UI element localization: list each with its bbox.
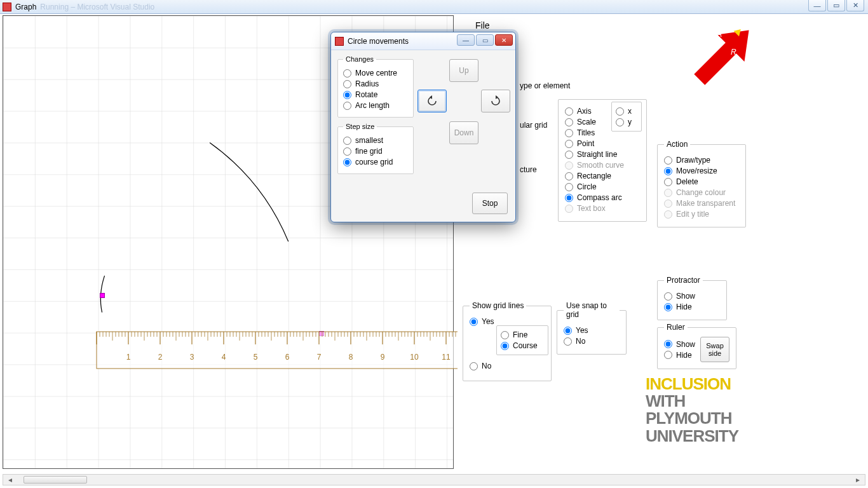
partial-text-2: cture bbox=[520, 165, 537, 174]
aro-logo: A R O bbox=[662, 15, 764, 117]
circle-movements-dialog[interactable]: Circle movements — ▭ ✕ Changes Move cent… bbox=[330, 32, 516, 222]
type-item-rectangle[interactable]: Rectangle bbox=[565, 172, 640, 180]
ruler-legend: Ruler bbox=[664, 323, 688, 332]
action-item-label: Make transparent bbox=[676, 199, 735, 208]
main-titlebar: Graph Running – Microsoft Visual Studio … bbox=[0, 0, 868, 14]
type-item-circle[interactable]: Circle bbox=[565, 182, 640, 191]
changes-item-move-centre[interactable]: Move centre bbox=[343, 69, 408, 78]
stepsize-legend: Step size bbox=[343, 123, 377, 130]
ruler-show[interactable]: Show bbox=[664, 340, 695, 349]
stepsize-item-fine-grid[interactable]: fine grid bbox=[343, 147, 408, 156]
minimize-button[interactable]: — bbox=[808, 0, 826, 11]
scroll-right-arrow[interactable]: ▸ bbox=[852, 475, 864, 485]
axis-item-y[interactable]: y bbox=[616, 118, 637, 126]
aro-letter-a: A bbox=[716, 30, 722, 39]
dialog-close-button[interactable]: ✕ bbox=[495, 34, 513, 46]
stepsize-item-label: course grid bbox=[355, 158, 393, 166]
inclusion-line-3: PLYMOUTH bbox=[646, 410, 738, 427]
gridlines-yes[interactable]: Yes bbox=[470, 317, 545, 326]
horizontal-scrollbar[interactable]: ◂ ▸ bbox=[3, 474, 865, 485]
action-item-make-transparent: Make transparent bbox=[664, 199, 739, 208]
up-button[interactable]: Up bbox=[449, 59, 478, 82]
type-item-straight-line[interactable]: Straight line bbox=[565, 150, 640, 159]
menu-file[interactable]: File bbox=[475, 20, 490, 30]
protractor-group: Protractor Show Hide bbox=[657, 276, 727, 320]
changes-item-radius[interactable]: Radius bbox=[343, 79, 408, 88]
scroll-thumb[interactable] bbox=[24, 476, 87, 484]
stepsize-group: Step size smallestfine gridcourse grid bbox=[337, 123, 414, 174]
type-item-label: Smooth curve bbox=[577, 161, 624, 170]
type-item-point[interactable]: Point bbox=[565, 139, 640, 148]
type-item-label: Titles bbox=[577, 128, 595, 137]
svg-marker-206 bbox=[496, 95, 498, 99]
snap-yes[interactable]: Yes bbox=[564, 326, 620, 335]
app-icon bbox=[3, 3, 11, 11]
window-title: Graph bbox=[15, 3, 36, 11]
dialog-title: Circle movements bbox=[348, 37, 409, 46]
stepsize-item-course-grid[interactable]: course grid bbox=[343, 158, 408, 166]
changes-item-arc-length[interactable]: Arc length bbox=[343, 101, 408, 110]
stop-button[interactable]: Stop bbox=[472, 193, 508, 214]
gridlines-legend: Show grid lines bbox=[470, 301, 526, 310]
changes-item-rotate[interactable]: Rotate bbox=[343, 90, 408, 99]
type-item-text-box: Text box bbox=[565, 204, 640, 213]
changes-legend: Changes bbox=[343, 55, 376, 63]
action-legend: Action bbox=[664, 140, 690, 149]
type-item-compass-arc[interactable]: Compass arc bbox=[565, 193, 640, 202]
aro-letter-r: R bbox=[731, 48, 736, 57]
axis-item-x[interactable]: x bbox=[616, 107, 637, 116]
snap-no[interactable]: No bbox=[564, 337, 620, 346]
changes-item-label: Radius bbox=[355, 79, 379, 88]
gridlines-no[interactable]: No bbox=[470, 362, 545, 370]
action-item-change-colour: Change colour bbox=[664, 188, 739, 197]
dialog-minimize-button[interactable]: — bbox=[457, 34, 475, 46]
action-item-delete[interactable]: Delete bbox=[664, 177, 739, 186]
changes-item-label: Arc length bbox=[355, 101, 390, 110]
down-button[interactable]: Down bbox=[449, 121, 478, 144]
partial-text-1: ular grid bbox=[520, 121, 547, 130]
svg-marker-203 bbox=[686, 17, 763, 93]
type-item-label: Text box bbox=[577, 204, 606, 213]
rotate-ccw-button[interactable] bbox=[417, 90, 447, 112]
stepsize-item-smallest[interactable]: smallest bbox=[343, 136, 408, 145]
type-legend-partial: ype or element bbox=[520, 81, 570, 90]
action-item-move-resize[interactable]: Move/resize bbox=[664, 166, 739, 175]
dialog-app-icon bbox=[335, 37, 344, 46]
ruler-hide[interactable]: Hide bbox=[664, 351, 695, 360]
type-item-label: Axis bbox=[577, 107, 592, 116]
rotate-cw-icon bbox=[490, 95, 501, 107]
svg-marker-205 bbox=[430, 95, 432, 99]
stepsize-item-label: smallest bbox=[355, 136, 383, 145]
type-item-label: Compass arc bbox=[577, 193, 622, 202]
inclusion-line-2: WITH bbox=[646, 393, 738, 410]
type-item-label: Scale bbox=[577, 118, 596, 126]
action-item-edit-y-title: Edit y title bbox=[664, 210, 739, 219]
gridlines-finesse-group: Fine Course bbox=[496, 325, 548, 355]
axis-item-label: x bbox=[628, 107, 632, 116]
changes-item-label: Rotate bbox=[355, 90, 377, 99]
gridlines-course[interactable]: Course bbox=[501, 341, 544, 350]
inclusion-line-4: UNIVERSITY bbox=[646, 428, 738, 445]
protractor-show[interactable]: Show bbox=[664, 292, 720, 301]
changes-group: Changes Move centreRadiusRotateArc lengt… bbox=[337, 55, 414, 118]
close-button[interactable]: ✕ bbox=[846, 0, 864, 11]
action-group: Action Draw/typeMove/resizeDeleteChange … bbox=[657, 140, 746, 227]
dialog-titlebar[interactable]: Circle movements — ▭ ✕ bbox=[331, 32, 515, 50]
scroll-left-arrow[interactable]: ◂ bbox=[4, 475, 16, 485]
protractor-hide[interactable]: Hide bbox=[664, 302, 720, 311]
arc-endpoint-handle[interactable] bbox=[100, 293, 105, 298]
arc-center-handle[interactable] bbox=[319, 331, 324, 336]
gridlines-group: Show grid lines Yes Fine Course No bbox=[463, 301, 552, 381]
type-item-label: Point bbox=[577, 139, 594, 148]
swap-side-button[interactable]: Swap side bbox=[700, 337, 729, 362]
gridlines-fine[interactable]: Fine bbox=[501, 330, 544, 339]
rotate-cw-button[interactable] bbox=[481, 90, 510, 112]
dialog-maximize-button[interactable]: ▭ bbox=[476, 34, 494, 46]
type-item-label: Straight line bbox=[577, 150, 617, 159]
action-item-draw-type[interactable]: Draw/type bbox=[664, 156, 739, 165]
window-subtitle: Running – Microsoft Visual Studio bbox=[40, 3, 154, 11]
type-item-label: Circle bbox=[577, 182, 597, 191]
action-item-label: Edit y title bbox=[676, 210, 709, 219]
maximize-button[interactable]: ▭ bbox=[827, 0, 845, 11]
inclusion-line-1: INCLUSION bbox=[646, 376, 738, 393]
